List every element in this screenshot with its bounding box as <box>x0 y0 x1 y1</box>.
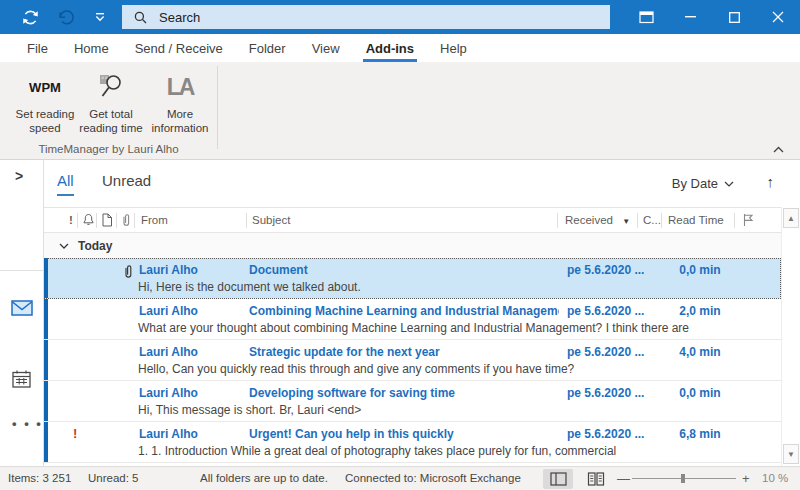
main-area: > • • • <box>0 160 800 466</box>
message-preview: Hi, This message is short. Br, Lauri <en… <box>138 403 767 417</box>
view-tab-all[interactable]: All <box>57 172 74 196</box>
from-column-header[interactable]: From <box>141 214 168 226</box>
search-input[interactable]: Search <box>122 5 610 29</box>
more-information-button[interactable]: LA More information <box>144 70 216 135</box>
message-subject: Combining Machine Learning and Industria… <box>249 304 559 318</box>
chevron-down-icon <box>724 181 734 187</box>
message-list-pane: All Unread By Date ↑ ! <box>44 160 800 466</box>
message-preview: Hi, Here is the document we talked about… <box>138 280 767 294</box>
ribbon-tab-bar: File Home Send / Receive Folder View Add… <box>0 34 800 62</box>
status-bar: Items: 3 251 Unread: 5 All folders are u… <box>0 466 800 490</box>
nav-divider <box>0 270 43 271</box>
zoom-slider-thumb[interactable] <box>681 474 685 483</box>
message-received: pe 5.6.2020 ... <box>567 386 644 400</box>
column-headers: ! <box>44 207 800 233</box>
message-row[interactable]: ! Lauri Alho Strategic update for the ne… <box>44 340 781 381</box>
group-header-today[interactable]: Today <box>44 233 781 258</box>
message-read-time: 0,0 min <box>662 263 738 277</box>
message-subject: Strategic update for the next year <box>249 345 440 359</box>
customize-quick-access-icon[interactable] <box>88 5 112 29</box>
message-preview: 1. 1. Introduction While a great deal of… <box>138 444 767 458</box>
message-row[interactable]: ! Lauri Alho Urgent! Can you help in thi… <box>44 422 781 463</box>
message-row[interactable]: ! Lauri Alho Document pe 5.6.2020 ... 0,… <box>44 258 781 299</box>
flag-column-icon[interactable] <box>742 213 754 227</box>
maximize-button[interactable] <box>712 0 756 34</box>
message-from: Lauri Alho <box>139 427 198 441</box>
received-column-header[interactable]: Received ▼ <box>565 214 630 226</box>
zoom-level[interactable]: 10 % <box>762 472 788 484</box>
la-logo-icon: LA <box>167 70 194 104</box>
magnifier-icon <box>96 70 126 104</box>
message-from: Lauri Alho <box>139 345 198 359</box>
sort-descending-icon: ▼ <box>622 217 630 226</box>
importance-icon: ! <box>73 426 77 441</box>
wpm-text-icon: WPM <box>29 70 61 104</box>
tab-file[interactable]: File <box>14 34 61 62</box>
tab-add-ins[interactable]: Add-ins <box>353 34 427 62</box>
view-tab-unread[interactable]: Unread <box>102 172 151 189</box>
send-receive-sync-icon[interactable] <box>18 5 42 29</box>
message-from: Lauri Alho <box>139 304 198 318</box>
tab-folder[interactable]: Folder <box>236 34 299 62</box>
close-button[interactable] <box>756 0 800 34</box>
unread-count: Unread: 5 <box>88 472 139 484</box>
message-subject: Developing software for saving time <box>249 386 455 400</box>
message-read-time: 0,0 min <box>662 386 738 400</box>
categories-column-header[interactable]: C... <box>643 214 661 226</box>
attachment-icon <box>122 264 134 279</box>
zoom-in-icon[interactable]: + <box>742 471 750 486</box>
chevron-down-icon <box>59 243 69 249</box>
sort-by-dropdown[interactable]: By Date <box>672 176 734 191</box>
tab-home[interactable]: Home <box>61 34 122 62</box>
unread-indicator <box>44 422 48 462</box>
filter-bar: All Unread By Date ↑ <box>44 160 800 207</box>
expand-folder-pane-icon[interactable]: > <box>15 168 23 184</box>
collapse-ribbon-icon[interactable] <box>773 146 784 153</box>
search-placeholder: Search <box>159 10 200 25</box>
minimize-button[interactable] <box>668 0 712 34</box>
group-divider <box>217 66 218 149</box>
mail-nav-icon[interactable] <box>11 300 33 316</box>
message-received: pe 5.6.2020 ... <box>567 304 644 318</box>
sort-direction-icon[interactable]: ↑ <box>767 173 775 190</box>
tab-view[interactable]: View <box>299 34 353 62</box>
subject-column-header[interactable]: Subject <box>252 214 290 226</box>
navigation-strip: > • • • <box>0 160 44 466</box>
message-row[interactable]: ! Lauri Alho Combining Machine Learning … <box>44 299 781 340</box>
read-time-column-header[interactable]: Read Time <box>668 214 724 226</box>
connection-status: Connected to: Microsoft Exchange <box>345 472 521 484</box>
attachment-column-icon[interactable] <box>120 213 132 227</box>
tab-send-receive[interactable]: Send / Receive <box>122 34 236 62</box>
ribbon-group-label: TimeManager by Lauri Alho <box>0 143 217 155</box>
calendar-nav-icon[interactable] <box>12 370 31 388</box>
vertical-scrollbar[interactable]: ▲ ▼ <box>781 207 800 466</box>
search-icon <box>134 11 147 24</box>
importance-column-icon[interactable]: ! <box>69 214 73 226</box>
message-preview: What are your thought about combining Ma… <box>138 321 767 335</box>
undo-icon[interactable] <box>54 5 78 29</box>
reminder-column-icon[interactable] <box>82 213 95 226</box>
reading-view-button[interactable] <box>581 469 611 489</box>
message-subject: Urgent! Can you help in this quickly <box>249 427 454 441</box>
message-received: pe 5.6.2020 ... <box>567 345 644 359</box>
more-apps-icon[interactable]: • • • <box>12 416 43 431</box>
item-type-column-icon[interactable] <box>101 213 113 227</box>
normal-view-button[interactable] <box>543 469 573 489</box>
folders-status: All folders are up to date. <box>200 472 328 484</box>
set-reading-speed-button[interactable]: WPM Set reading speed <box>12 70 78 135</box>
scroll-up-icon[interactable]: ▲ <box>783 208 799 228</box>
get-total-reading-time-button[interactable]: Get total reading time <box>78 70 144 135</box>
desktop-window-icon[interactable] <box>624 0 668 34</box>
message-preview: Hello, Can you quickly read this through… <box>138 362 767 376</box>
tab-help[interactable]: Help <box>427 34 480 62</box>
message-rows: Today ! Lauri Alho Document pe 5.6.2020 … <box>44 233 781 466</box>
outlook-window: Search File H <box>0 0 800 490</box>
message-row[interactable]: ! Lauri Alho Developing software for sav… <box>44 381 781 422</box>
window-controls <box>624 0 800 34</box>
unread-indicator <box>44 381 48 421</box>
scroll-down-icon[interactable]: ▼ <box>783 444 799 464</box>
message-from: Lauri Alho <box>139 263 198 277</box>
zoom-out-icon[interactable]: — <box>617 471 630 486</box>
message-received: pe 5.6.2020 ... <box>567 427 644 441</box>
title-bar: Search <box>0 0 800 34</box>
